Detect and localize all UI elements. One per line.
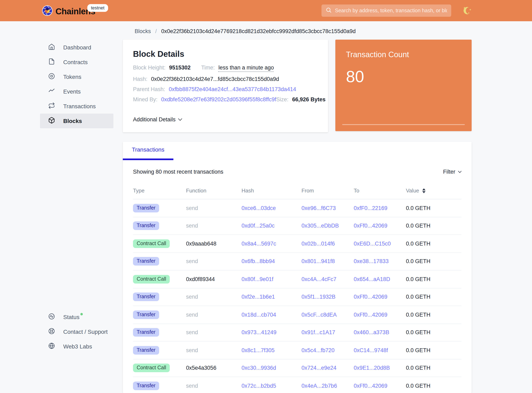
sidebar-item-web3-labs[interactable]: Web3 Labs xyxy=(40,339,113,354)
tx-value: 0.0 GETH xyxy=(406,258,461,265)
sidebar-item-transactions[interactable]: Transactions xyxy=(40,99,113,113)
tx-from-link[interactable]: 0x02b...014f6 xyxy=(302,241,335,247)
tx-to-link[interactable]: 0xfF0...22169 xyxy=(354,205,387,211)
tx-hash-link[interactable]: 0x973...41249 xyxy=(241,329,276,336)
tx-hash-link[interactable]: 0xf2e...1b6e1 xyxy=(241,294,275,300)
tx-hash-link[interactable]: 0xc30...9936d xyxy=(241,365,276,371)
tx-value: 0.0 GETH xyxy=(406,312,461,318)
tx-type-badge: Transfer xyxy=(133,346,159,355)
tx-function: send xyxy=(186,223,241,229)
tx-to-link[interactable]: 0xFf0...42069 xyxy=(354,383,387,389)
tx-value: 0.0 GETH xyxy=(406,329,461,336)
breadcrumb-current-hash: 0x0e22f36b2103c4d24e7769218cd821d32ebfcc… xyxy=(161,28,355,34)
tx-from-link[interactable]: 0x5cF...c8dEA xyxy=(302,312,337,318)
tx-to-link[interactable]: 0xFf0...42069 xyxy=(354,312,387,318)
table-row: Transfer send 0x973...41249 0x91f...c1A1… xyxy=(133,324,461,342)
tx-to-link[interactable]: 0x9E1...20d8B xyxy=(354,365,390,371)
column-header-hash: Hash xyxy=(241,187,302,194)
sidebar-item-contact-support[interactable]: Contact / Support xyxy=(40,324,113,339)
tx-from-link[interactable]: 0x801...941f8 xyxy=(302,258,335,265)
tx-function: send xyxy=(186,205,241,211)
tx-hash-link[interactable]: 0x80f...9e01f xyxy=(241,276,273,282)
tx-to-link[interactable]: 0xFf0...42069 xyxy=(354,223,387,229)
tx-value: 0.0 GETH xyxy=(406,365,461,371)
tx-hash-link[interactable]: 0x72c...b2bd5 xyxy=(241,383,276,389)
sidebar-item-label: Transactions xyxy=(63,103,96,109)
lifebuoy-icon xyxy=(48,328,55,336)
sidebar-item-contracts[interactable]: Contracts xyxy=(40,55,113,69)
tx-hash-link[interactable]: 0xce6...03dce xyxy=(241,205,276,211)
global-search[interactable] xyxy=(321,5,451,17)
breadcrumb-blocks-link[interactable]: Blocks xyxy=(135,28,151,34)
tx-to-link[interactable]: 0xe38...17833 xyxy=(354,258,388,265)
tx-hash-link[interactable]: 0x8c1...7f305 xyxy=(241,347,275,353)
tx-from-link[interactable]: 0x724...e9e24 xyxy=(302,365,336,371)
sidebar-item-status[interactable]: Status xyxy=(40,310,113,324)
table-row: Transfer send 0x18d...cb704 0x5cF...c8dE… xyxy=(133,306,461,324)
column-header-type: Type xyxy=(133,187,186,194)
globe-icon xyxy=(48,342,55,350)
table-row: Transfer send 0x8c1...7f305 0x5c4...fb72… xyxy=(133,342,461,359)
sidebar-item-events[interactable]: Events xyxy=(40,84,113,99)
tx-from-link[interactable]: 0x5f1...1932B xyxy=(302,294,335,300)
tx-value: 0.0 GETH xyxy=(406,223,461,229)
status-ok-dot xyxy=(80,313,83,315)
tx-to-link[interactable]: 0x654...aA18D xyxy=(354,276,390,282)
transactions-panel: Transactions Showing 80 most recent tran… xyxy=(123,142,472,393)
tx-function: send xyxy=(186,312,241,318)
theme-toggle-moon-icon[interactable] xyxy=(462,5,475,18)
tx-from-link[interactable]: 0x305...eDbDB xyxy=(302,223,339,229)
tx-to-link[interactable]: 0xFf0...42069 xyxy=(354,294,387,300)
tx-to-link[interactable]: 0x460...a373B xyxy=(354,329,389,336)
mined-by-link[interactable]: 0xdbfe5208e2f7e63f9202c2d05396f55f8c8ffc… xyxy=(161,96,276,103)
table-row: Transfer send 0x6fb...8bb94 0x801...941f… xyxy=(133,253,461,270)
tx-value: 0.0 GETH xyxy=(406,347,461,353)
block-height-row: Block Height: 9515302 Time: less than a … xyxy=(133,64,318,72)
time-label: Time: xyxy=(201,64,215,71)
sidebar-nav: Dashboard Contracts Tokens Events Transa… xyxy=(40,40,113,128)
tx-hash-link[interactable]: 0x6fb...8bb94 xyxy=(241,258,275,265)
home-icon xyxy=(48,43,55,51)
parent-hash-label: Parent Hash: xyxy=(133,86,165,92)
tab-transactions[interactable]: Transactions xyxy=(123,142,173,160)
transactions-table: Type Function Hash From To Value Transfe… xyxy=(123,187,472,393)
sort-icon[interactable] xyxy=(422,188,426,193)
sidebar-item-dashboard[interactable]: Dashboard xyxy=(40,40,113,55)
sidebar-item-label: Contracts xyxy=(63,59,88,65)
environment-badge: testnet xyxy=(87,4,108,12)
search-icon xyxy=(326,7,332,15)
search-input[interactable] xyxy=(335,8,447,14)
active-tab-underline xyxy=(123,158,173,160)
column-header-from: From xyxy=(302,187,354,194)
breadcrumb-separator: / xyxy=(155,28,157,34)
count-card-divider xyxy=(342,124,465,125)
transactions-summary: Showing 80 most recent transactions xyxy=(133,169,223,175)
tx-from-link[interactable]: 0x5c4...fb720 xyxy=(302,347,335,353)
tx-type-badge: Contract Call xyxy=(133,239,170,248)
tx-to-link[interactable]: 0xC14...9748f xyxy=(354,347,388,353)
tx-type-badge: Transfer xyxy=(133,310,159,319)
sidebar-item-blocks[interactable]: Blocks xyxy=(40,113,113,128)
table-header-row: Type Function Hash From To Value xyxy=(133,187,461,199)
tx-from-link[interactable]: 0x4eA...2b7b6 xyxy=(302,383,337,389)
tx-from-link[interactable]: 0xe96...f6C73 xyxy=(302,205,336,211)
tx-value: 0.0 GETH xyxy=(406,294,461,300)
tx-from-link[interactable]: 0xc4A...4cFc7 xyxy=(302,276,336,282)
status-icon xyxy=(48,313,55,321)
tx-hash-link[interactable]: 0x8a4...5697c xyxy=(241,241,276,247)
sidebar-item-label: Blocks xyxy=(63,118,82,124)
parent-hash-link[interactable]: 0xfbb8875f2e404ae24cf...43ea5377c84b1173… xyxy=(169,86,296,92)
tx-to-link[interactable]: 0xE6D...C15c0 xyxy=(354,241,391,247)
tx-value: 0.0 GETH xyxy=(406,383,461,389)
table-row: Contract Call 0xd0f89344 0x80f...9e01f 0… xyxy=(133,270,461,288)
table-row: Transfer send 0xf2e...1b6e1 0x5f1...1932… xyxy=(133,288,461,306)
tx-hash-link[interactable]: 0xd0f...25a0c xyxy=(241,223,275,229)
additional-details-toggle[interactable]: Additional Details xyxy=(133,116,182,123)
tx-value: 0.0 GETH xyxy=(406,276,461,282)
filter-button[interactable]: Filter xyxy=(443,169,461,175)
sidebar-item-tokens[interactable]: Tokens xyxy=(40,69,113,84)
table-row: Contract Call 0x5e4a3056 0xc30...9936d 0… xyxy=(133,359,461,377)
tab-bar: Transactions xyxy=(123,142,472,160)
tx-from-link[interactable]: 0x91f...c1A17 xyxy=(302,329,335,336)
tx-hash-link[interactable]: 0x18d...cb704 xyxy=(241,312,276,318)
